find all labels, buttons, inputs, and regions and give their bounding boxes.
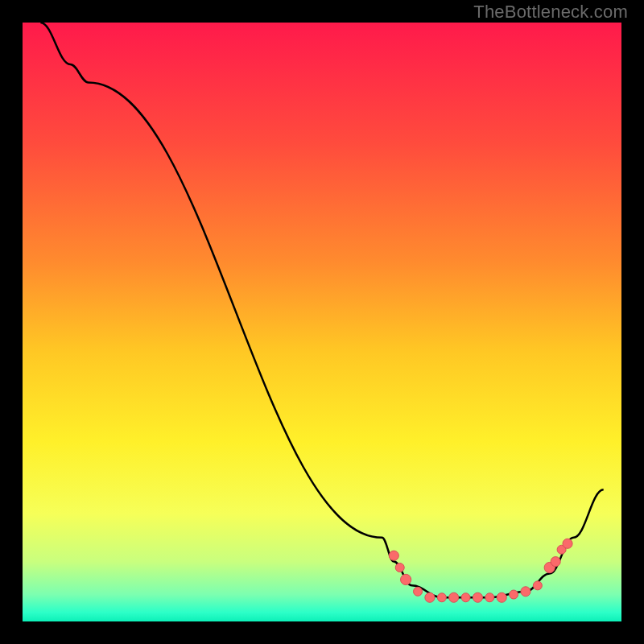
sample-dot — [461, 593, 470, 602]
bottleneck-chart — [0, 0, 644, 644]
sample-dot — [414, 587, 423, 596]
sample-dot — [395, 564, 404, 572]
sample-dot — [389, 551, 398, 560]
plot-area — [23, 23, 621, 621]
sample-dot — [533, 581, 542, 590]
sample-dot — [437, 593, 446, 602]
chart-stage: TheBottleneck.com — [0, 0, 644, 644]
attribution-label: TheBottleneck.com — [473, 2, 628, 23]
sample-dot — [401, 574, 411, 584]
sample-dot — [473, 592, 482, 602]
sample-dot — [485, 593, 494, 602]
sample-dot — [425, 592, 435, 602]
sample-dot — [497, 592, 506, 602]
sample-dot — [563, 539, 572, 548]
sample-dot — [551, 557, 560, 567]
sample-dot — [521, 587, 530, 597]
sample-dot — [449, 592, 459, 602]
sample-dot — [510, 590, 518, 599]
